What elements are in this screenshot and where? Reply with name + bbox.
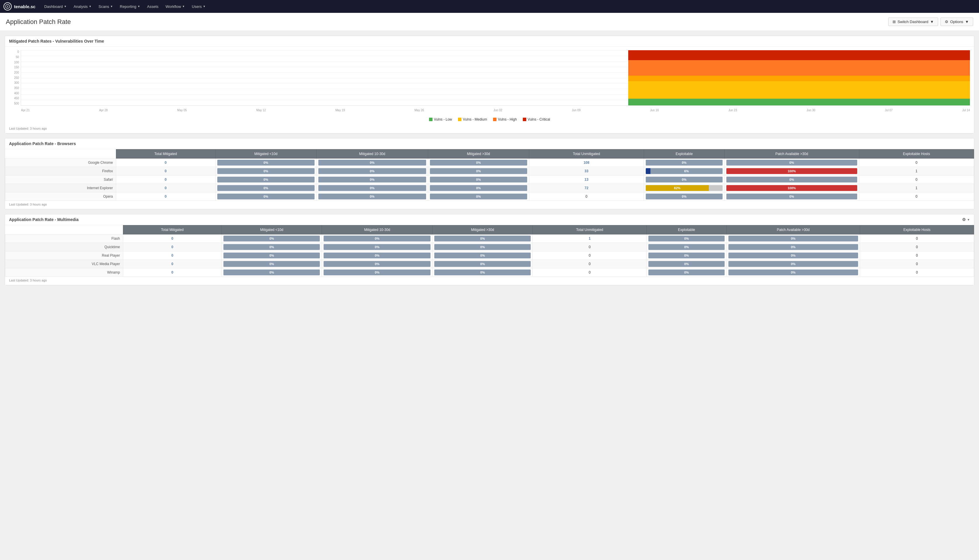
row-name: Quicktime [5,243,123,252]
nav-workflow[interactable]: Workflow ▼ [163,0,188,13]
nav-dashboard[interactable]: Dashboard ▼ [41,0,70,13]
total-unmitigated-cell: 72 [529,184,644,192]
total-mitigated-cell: 0 [123,235,222,243]
exploitable-bar: 6% [646,168,722,174]
col-total-mitigated: Total Mitigated [123,225,222,235]
chevron-down-icon: ▼ [203,5,206,8]
total-unmitigated-cell: 0 [533,268,647,277]
mitigated-30d-cell: 0% [432,243,533,252]
browsers-panel: Application Patch Rate - Browsers Total … [5,138,974,209]
legend-high-label: Vulns - High [498,117,517,122]
nav-assets[interactable]: Assets [144,0,162,13]
mitigated-10d-cell: 0% [222,260,322,268]
legend-critical: Vulns - Critical [523,117,550,122]
nav-scans[interactable]: Scans ▼ [95,0,116,13]
chevron-down-icon[interactable]: ▼ [967,218,970,221]
patch-available-cell: 0% [726,260,860,268]
total-mitigated-cell: 0 [123,243,222,252]
progress-bar: 0% [649,270,724,275]
col-total-unmitigated: Total Unmitigated [529,150,644,158]
row-name: Flash [5,235,123,243]
total-mitigated-cell: 0 [116,192,215,201]
mitigated-1030d-cell: 0% [322,260,432,268]
grid-icon: ⊞ [892,20,896,24]
col-patch-available: Patch Available >30d [724,150,859,158]
legend-high: Vulns - High [493,117,517,122]
patch-available-cell: 0% [726,243,860,252]
mitigated-1030d-cell: 0% [316,192,428,201]
total-mitigated-cell: 0 [116,167,215,175]
row-name: Google Chrome [5,158,116,167]
col-mitigated-10d: Mitigated <10d [222,225,322,235]
row-name: Safari [5,175,116,184]
legend-critical-label: Vulns - Critical [528,117,550,122]
main-content: Mitigated Patch Rates - Vulnerabilities … [0,31,979,295]
legend-medium-label: Vulns - Medium [463,117,487,122]
options-button[interactable]: ⚙ Options ▼ [941,18,973,26]
chart-panel-body: 500 450 400 350 300 250 200 150 100 50 0 [5,47,974,125]
total-mitigated-cell: 0 [123,260,222,268]
brand-icon: T [3,2,12,10]
col-mitigated-1030d: Mitigated 10-30d [316,150,428,158]
mitigated-10d-cell: 0% [215,175,316,184]
bar-cell: 0% [644,158,725,167]
mitigated-1030d-cell: 0% [322,252,432,260]
col-mitigated-30d: Mitigated >30d [432,225,533,235]
chart-critical-segment [628,50,970,60]
exploitable-hosts-cell: 0 [860,260,974,268]
bar-cell: 0% [647,235,726,243]
mitigated-30d-cell: 0% [432,260,533,268]
switch-dashboard-button[interactable]: ⊞ Switch Dashboard ▼ [888,18,938,26]
multimedia-panel: Application Patch Rate - Multimedia ⚙ ▼ … [5,214,974,285]
chevron-down-icon: ▼ [182,5,185,8]
mitigated-10d-cell: 0% [215,184,316,192]
patch-available-cell: 100% [724,167,859,175]
nav-users[interactable]: Users ▼ [189,0,208,13]
chart-inner: Apr 21 Apr 28 May 05 May 12 May 19 May 2… [21,50,970,106]
col-name-header [5,225,123,235]
mitigated-1030d-cell: 0% [322,243,432,252]
browsers-table: Total Mitigated Mitigated <10d Mitigated… [5,149,974,201]
col-patch-available: Patch Available >30d [726,225,860,235]
bar-cell: 0% [647,252,726,260]
panel-tools: ⚙ ▼ [962,217,970,222]
gear-icon[interactable]: ⚙ [962,217,966,222]
multimedia-panel-header: Application Patch Rate - Multimedia ⚙ ▼ [5,214,974,225]
total-mitigated-cell: 0 [116,158,215,167]
mitigated-1030d-cell: 0% [316,175,428,184]
nav-analysis[interactable]: Analysis ▼ [71,0,94,13]
chevron-down-icon: ▼ [930,20,934,24]
total-unmitigated-cell: 1 [533,235,647,243]
col-name-header [5,150,116,158]
legend-low-color [429,118,432,121]
mitigated-10d-cell: 0% [222,252,322,260]
total-unmitigated-cell: 0 [529,192,644,201]
mitigated-30d-cell: 0% [432,252,533,260]
mitigated-30d-cell: 0% [428,184,529,192]
col-exploitable: Exploitable [644,150,725,158]
total-unmitigated-cell: 0 [533,243,647,252]
exploitable-hosts-cell: 0 [859,192,974,201]
legend-low-label: Vulns - Low [434,117,452,122]
progress-bar: 0% [646,160,722,165]
table-row: VLC Media Player00%0%0%00%0%0 [5,260,974,268]
mitigated-10d-cell: 0% [215,158,316,167]
nav-reporting[interactable]: Reporting ▼ [117,0,143,13]
browsers-table-body: Google Chrome00%0%0%1080%0%0Firefox00%0%… [5,158,974,201]
browsers-panel-body: Total Mitigated Mitigated <10d Mitigated… [5,149,974,201]
mitigated-1030d-cell: 0% [316,184,428,192]
browsers-last-updated: Last Updated: 3 hours ago [5,201,974,209]
bar-cell: 82% [644,184,725,192]
exploitable-hosts-cell: 1 [859,184,974,192]
total-unmitigated-cell: 108 [529,158,644,167]
exploitable-hosts-cell: 0 [860,235,974,243]
patch-available-cell: 0% [726,252,860,260]
bar-cell: 0% [647,268,726,277]
bar-cell: 0% [644,192,725,201]
table-row: Opera00%0%0%00%0%0 [5,192,974,201]
mitigated-1030d-cell: 0% [316,158,428,167]
patch-available-cell: 0% [724,175,859,184]
table-row: Real Player00%0%0%00%0%0 [5,252,974,260]
progress-bar: 0% [649,261,724,267]
chart-y-labels: 500 450 400 350 300 250 200 150 100 50 0 [9,50,20,106]
